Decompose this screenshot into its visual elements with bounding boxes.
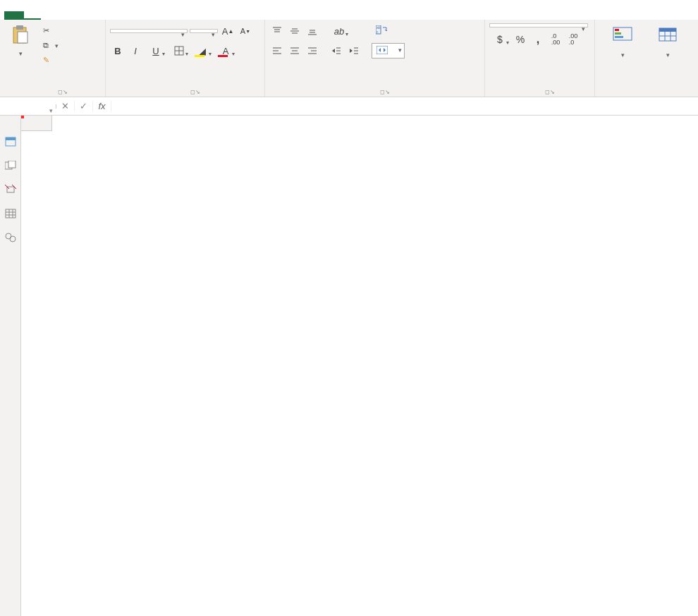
format-as-table-button[interactable]: ▾ bbox=[650, 23, 685, 58]
tab-formulas[interactable] bbox=[92, 11, 109, 20]
svg-marker-37 bbox=[384, 48, 386, 52]
increase-font-button[interactable]: A▲ bbox=[220, 23, 235, 39]
dialog-launcher-icon[interactable]: ◻↘ bbox=[190, 89, 200, 95]
enter-formula-button[interactable]: ✓ bbox=[75, 101, 93, 111]
table-icon bbox=[657, 25, 678, 46]
font-color-button[interactable]: A bbox=[215, 43, 236, 58]
group-styles: ▾ ▾ bbox=[595, 20, 690, 97]
scissors-icon: ✂ bbox=[43, 26, 49, 35]
svg-rect-40 bbox=[615, 32, 621, 35]
left-sidebar bbox=[0, 116, 21, 616]
group-number: $ % , .0.00 .00.0 ◻↘ bbox=[485, 20, 595, 97]
svg-rect-43 bbox=[659, 28, 676, 32]
font-size-select[interactable] bbox=[190, 29, 218, 33]
number-format-select[interactable] bbox=[489, 23, 588, 27]
name-box[interactable] bbox=[0, 104, 56, 109]
group-alignment: ab abc bbox=[265, 20, 485, 97]
underline-button[interactable]: U bbox=[145, 43, 166, 58]
tab-insert[interactable] bbox=[41, 11, 58, 20]
svg-rect-50 bbox=[8, 161, 16, 168]
copy-icon: ⧉ bbox=[43, 41, 49, 50]
tab-review[interactable] bbox=[125, 11, 142, 20]
svg-marker-24 bbox=[332, 49, 335, 53]
svg-rect-39 bbox=[615, 29, 619, 31]
conditional-formatting-button[interactable]: ▾ bbox=[599, 23, 646, 58]
format-painter-button[interactable]: ✎ bbox=[41, 54, 61, 66]
cancel-formula-button[interactable]: ✕ bbox=[56, 101, 75, 111]
paste-button[interactable]: ▾ bbox=[4, 23, 37, 57]
accounting-format-button[interactable]: $ bbox=[489, 32, 510, 47]
svg-rect-1 bbox=[16, 25, 23, 30]
borders-button[interactable] bbox=[169, 43, 190, 58]
svg-rect-2 bbox=[18, 32, 27, 43]
decrease-indent-button[interactable] bbox=[329, 43, 344, 58]
decrease-decimal-button[interactable]: .00.0 bbox=[565, 32, 581, 47]
chevron-down-icon: ▾ bbox=[55, 42, 59, 49]
bold-button[interactable]: B bbox=[110, 43, 125, 58]
align-bottom-button[interactable] bbox=[305, 23, 320, 39]
svg-point-60 bbox=[10, 236, 16, 242]
align-middle-button[interactable] bbox=[287, 23, 302, 39]
sidebar-icon-1[interactable] bbox=[5, 137, 16, 148]
ribbon-tabs bbox=[0, 0, 698, 20]
conditional-formatting-icon bbox=[612, 25, 633, 46]
tab-page-layout[interactable] bbox=[75, 11, 92, 20]
font-name-select[interactable] bbox=[110, 29, 188, 33]
sidebar-icon-3[interactable] bbox=[5, 185, 16, 196]
italic-button[interactable]: I bbox=[128, 43, 143, 58]
tab-home[interactable] bbox=[24, 10, 41, 20]
svg-rect-35 bbox=[376, 46, 388, 54]
align-center-button[interactable] bbox=[287, 43, 302, 58]
group-clipboard: ▾ ✂ ⧉▾ ✎ ◻↘ bbox=[0, 20, 106, 97]
ribbon: ▾ ✂ ⧉▾ ✎ ◻↘ A▲ A▼ B I U ◢ A bbox=[0, 20, 698, 97]
tab-draw[interactable] bbox=[58, 11, 75, 20]
tab-automateexcel[interactable] bbox=[159, 11, 176, 20]
tab-file[interactable] bbox=[4, 11, 24, 20]
fill-color-button[interactable]: ◢ bbox=[192, 43, 213, 58]
svg-marker-36 bbox=[379, 48, 381, 52]
formula-input[interactable] bbox=[111, 104, 698, 109]
group-font: A▲ A▼ B I U ◢ A ◻↘ bbox=[106, 20, 265, 97]
increase-decimal-button[interactable]: .0.00 bbox=[548, 32, 563, 47]
align-left-button[interactable] bbox=[269, 43, 285, 58]
chevron-down-icon: ▾ bbox=[19, 50, 23, 57]
formula-bar: ✕ ✓ fx bbox=[0, 97, 698, 116]
dialog-launcher-icon[interactable]: ◻↘ bbox=[380, 89, 390, 95]
tab-view[interactable] bbox=[142, 11, 159, 20]
svg-rect-48 bbox=[6, 137, 16, 140]
tab-kutools-plus[interactable] bbox=[210, 11, 227, 20]
svg-rect-54 bbox=[6, 209, 16, 218]
select-all-button[interactable] bbox=[21, 116, 52, 131]
wrap-text-icon: abc bbox=[376, 25, 387, 37]
dialog-launcher-icon[interactable]: ◻↘ bbox=[545, 89, 555, 95]
comma-format-button[interactable]: , bbox=[530, 32, 546, 47]
brush-icon: ✎ bbox=[43, 56, 49, 65]
merge-center-button[interactable] bbox=[372, 43, 405, 58]
sidebar-icon-2[interactable] bbox=[5, 161, 16, 172]
sidebar-icon-5[interactable] bbox=[5, 233, 16, 244]
wrap-text-button[interactable]: abc bbox=[372, 23, 405, 39]
sidebar-icon-4[interactable] bbox=[5, 209, 16, 220]
spreadsheet-grid bbox=[21, 116, 698, 616]
increase-indent-button[interactable] bbox=[346, 43, 362, 58]
tab-data[interactable] bbox=[109, 11, 125, 20]
copy-button[interactable]: ⧉▾ bbox=[41, 39, 61, 51]
svg-marker-28 bbox=[350, 49, 353, 53]
insert-function-button[interactable]: fx bbox=[93, 101, 111, 111]
tab-developer[interactable] bbox=[176, 11, 193, 20]
tab-kutools[interactable] bbox=[193, 11, 210, 20]
paste-icon bbox=[10, 25, 31, 46]
orientation-button[interactable]: ab bbox=[329, 23, 350, 39]
svg-text:c: c bbox=[376, 30, 379, 34]
svg-rect-41 bbox=[615, 36, 623, 38]
percent-format-button[interactable]: % bbox=[513, 32, 528, 47]
svg-point-59 bbox=[6, 233, 11, 239]
decrease-font-button[interactable]: A▼ bbox=[238, 23, 253, 39]
dialog-launcher-icon[interactable]: ◻↘ bbox=[58, 89, 68, 95]
align-right-button[interactable] bbox=[305, 43, 320, 58]
merge-icon bbox=[376, 46, 388, 56]
cut-button[interactable]: ✂ bbox=[41, 25, 61, 37]
align-top-button[interactable] bbox=[269, 23, 285, 39]
